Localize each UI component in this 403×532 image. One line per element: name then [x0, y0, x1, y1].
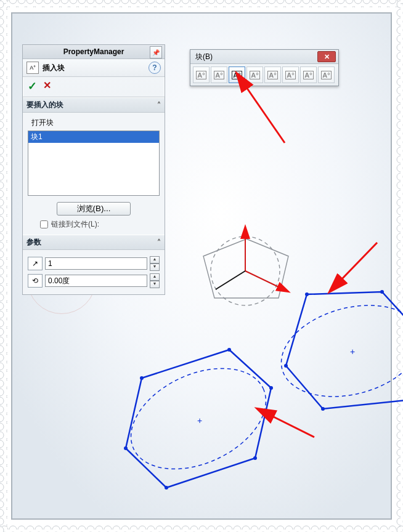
blocks-section-body: 打开块 块1 浏览(B)... 链接到文件(L): — [23, 113, 165, 235]
insert-block-icon[interactable]: A°▼ — [229, 66, 245, 83]
block-toolbar: 块(B) ✕ A°A°A°▼A°A°A°A°A° — [190, 49, 339, 86]
scale-spinner[interactable]: ▲▼ — [150, 256, 160, 271]
scale-icon: ↗ — [28, 257, 43, 270]
pm-header: A° 插入块 ? — [23, 59, 165, 77]
angle-icon: ⟲ — [28, 274, 43, 288]
blocks-section-title: 要插入的块 — [26, 100, 63, 110]
svg-rect-5 — [0, 525, 403, 532]
explode-block-icon[interactable]: A° — [300, 66, 317, 83]
toolbar-title: 块(B) — [195, 52, 213, 62]
belt-chain-icon[interactable]: A° — [318, 66, 335, 83]
link-to-file-checkbox[interactable] — [40, 220, 48, 228]
params-section-body: ↗ ▲▼ ⟲ ▲▼ — [23, 250, 165, 294]
add-remove-icon[interactable]: A° — [246, 66, 263, 83]
pm-title: PropertyManager — [63, 47, 124, 56]
open-block-label: 打开块 — [31, 118, 160, 128]
pm-header-title: 插入块 — [43, 63, 149, 73]
help-button[interactable]: ? — [149, 62, 161, 74]
save-block-icon[interactable]: A° — [282, 66, 299, 83]
edit-block-icon[interactable]: A° — [211, 66, 227, 83]
svg-rect-4 — [0, 0, 403, 7]
toolbar-titlebar[interactable]: 块(B) ✕ — [190, 50, 338, 64]
chevron-up-icon: ˄ — [157, 101, 161, 110]
chevron-up-icon: ˄ — [157, 238, 161, 247]
rebuild-icon[interactable]: A° — [264, 66, 281, 83]
make-block-icon[interactable]: A° — [193, 66, 210, 83]
block-listbox[interactable]: 块1 — [28, 131, 160, 196]
link-to-file-label: 链接到文件(L): — [51, 219, 99, 230]
blocks-section-header[interactable]: 要插入的块 ˄ — [23, 97, 165, 113]
property-manager-panel: PropertyManager 📌 A° 插入块 ? ✓ ✕ 要插入的块 ˄ 打… — [22, 44, 165, 295]
scale-input[interactable] — [45, 257, 147, 270]
angle-input[interactable] — [45, 275, 147, 287]
ok-button[interactable]: ✓ — [28, 79, 37, 93]
scale-row: ↗ ▲▼ — [28, 256, 160, 271]
browse-button[interactable]: 浏览(B)... — [57, 202, 131, 216]
pm-titlebar: PropertyManager 📌 — [23, 45, 165, 59]
angle-row: ⟲ ▲▼ — [28, 273, 160, 288]
list-item[interactable]: 块1 — [28, 131, 159, 143]
params-section-title: 参数 — [26, 237, 41, 248]
angle-spinner[interactable]: ▲▼ — [150, 273, 160, 288]
pm-action-row: ✓ ✕ — [23, 77, 165, 97]
link-to-file-row[interactable]: 链接到文件(L): — [40, 219, 160, 230]
cancel-button[interactable]: ✕ — [43, 79, 51, 93]
svg-rect-6 — [0, 0, 7, 532]
block-icon: A° — [26, 62, 39, 74]
params-section-header[interactable]: 参数 ˄ — [23, 235, 165, 250]
pin-icon[interactable]: 📌 — [150, 46, 162, 58]
svg-rect-7 — [396, 0, 403, 532]
toolbar-row: A°A°A°▼A°A°A°A°A° — [190, 64, 338, 86]
close-icon[interactable]: ✕ — [317, 51, 336, 62]
